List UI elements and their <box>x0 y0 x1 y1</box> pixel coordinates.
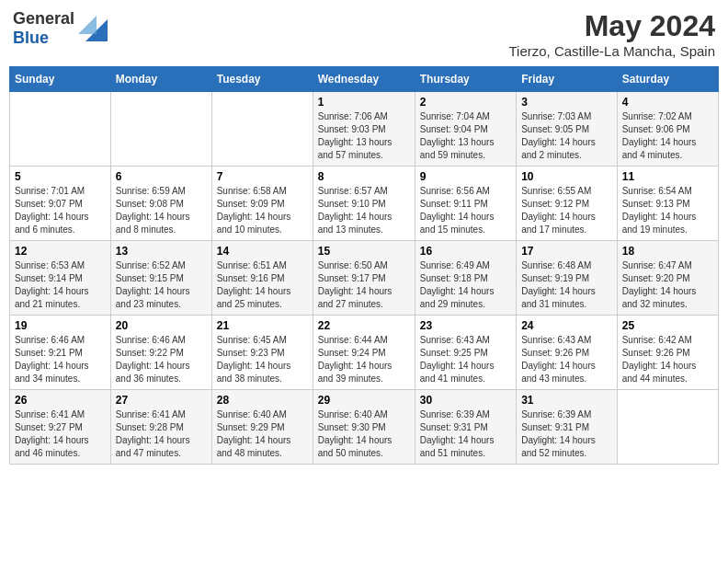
day-number: 4 <box>622 96 713 109</box>
day-number: 28 <box>217 394 308 407</box>
calendar-row: 5Sunrise: 7:01 AMSunset: 9:07 PMDaylight… <box>10 167 719 241</box>
day-number: 11 <box>622 170 713 183</box>
calendar-cell: 25Sunrise: 6:42 AMSunset: 9:26 PMDayligh… <box>617 316 718 390</box>
calendar-cell: 3Sunrise: 7:03 AMSunset: 9:05 PMDaylight… <box>517 92 618 167</box>
calendar-cell: 28Sunrise: 6:40 AMSunset: 9:29 PMDayligh… <box>211 390 313 465</box>
day-number: 15 <box>318 245 410 258</box>
cell-info: Sunrise: 6:49 AMSunset: 9:18 PMDaylight:… <box>420 259 511 311</box>
cell-info: Sunrise: 6:47 AMSunset: 9:20 PMDaylight:… <box>622 259 713 311</box>
weekday-header-monday: Monday <box>110 67 211 92</box>
day-number: 8 <box>318 170 410 183</box>
day-number: 21 <box>217 319 308 332</box>
day-number: 1 <box>318 96 410 109</box>
calendar-cell: 20Sunrise: 6:46 AMSunset: 9:22 PMDayligh… <box>110 316 211 390</box>
cell-info: Sunrise: 6:41 AMSunset: 9:27 PMDaylight:… <box>15 408 106 460</box>
calendar-cell <box>110 92 211 167</box>
day-number: 22 <box>318 319 410 332</box>
calendar-body: 1Sunrise: 7:06 AMSunset: 9:03 PMDaylight… <box>10 92 719 465</box>
calendar-row: 12Sunrise: 6:53 AMSunset: 9:14 PMDayligh… <box>10 241 719 316</box>
cell-info: Sunrise: 6:57 AMSunset: 9:10 PMDaylight:… <box>318 185 410 236</box>
day-number: 13 <box>116 245 207 258</box>
day-number: 24 <box>521 319 612 332</box>
cell-info: Sunrise: 6:52 AMSunset: 9:15 PMDaylight:… <box>116 259 207 311</box>
calendar-table: SundayMondayTuesdayWednesdayThursdayFrid… <box>9 66 719 465</box>
logo: General Blue <box>13 9 108 48</box>
cell-info: Sunrise: 7:03 AMSunset: 9:05 PMDaylight:… <box>521 110 612 162</box>
cell-info: Sunrise: 6:40 AMSunset: 9:30 PMDaylight:… <box>318 408 410 460</box>
cell-info: Sunrise: 6:39 AMSunset: 9:31 PMDaylight:… <box>420 408 511 460</box>
cell-info: Sunrise: 6:53 AMSunset: 9:14 PMDaylight:… <box>15 259 106 311</box>
cell-info: Sunrise: 6:43 AMSunset: 9:26 PMDaylight:… <box>521 334 612 385</box>
logo-icon <box>78 16 108 41</box>
calendar-cell: 6Sunrise: 6:59 AMSunset: 9:08 PMDaylight… <box>110 167 211 241</box>
day-number: 3 <box>521 96 612 109</box>
calendar-cell <box>211 92 313 167</box>
weekday-header-friday: Friday <box>517 67 618 92</box>
cell-info: Sunrise: 6:43 AMSunset: 9:25 PMDaylight:… <box>420 334 511 385</box>
calendar-cell: 17Sunrise: 6:48 AMSunset: 9:19 PMDayligh… <box>517 241 618 316</box>
day-number: 16 <box>420 245 511 258</box>
calendar-cell: 8Sunrise: 6:57 AMSunset: 9:10 PMDaylight… <box>313 167 415 241</box>
calendar-cell: 19Sunrise: 6:46 AMSunset: 9:21 PMDayligh… <box>10 316 111 390</box>
day-number: 14 <box>217 245 308 258</box>
weekday-header-row: SundayMondayTuesdayWednesdayThursdayFrid… <box>10 67 719 92</box>
day-number: 27 <box>116 394 207 407</box>
day-number: 26 <box>15 394 106 407</box>
calendar-cell: 9Sunrise: 6:56 AMSunset: 9:11 PMDaylight… <box>415 167 516 241</box>
calendar-cell: 13Sunrise: 6:52 AMSunset: 9:15 PMDayligh… <box>110 241 211 316</box>
calendar-cell <box>10 92 111 167</box>
day-number: 25 <box>622 319 713 332</box>
cell-info: Sunrise: 6:48 AMSunset: 9:19 PMDaylight:… <box>521 259 612 311</box>
day-number: 7 <box>217 170 308 183</box>
calendar-cell: 21Sunrise: 6:45 AMSunset: 9:23 PMDayligh… <box>211 316 313 390</box>
calendar-cell: 29Sunrise: 6:40 AMSunset: 9:30 PMDayligh… <box>313 390 415 465</box>
calendar-cell: 14Sunrise: 6:51 AMSunset: 9:16 PMDayligh… <box>211 241 313 316</box>
weekday-header-wednesday: Wednesday <box>313 67 415 92</box>
calendar-cell: 10Sunrise: 6:55 AMSunset: 9:12 PMDayligh… <box>517 167 618 241</box>
cell-info: Sunrise: 6:58 AMSunset: 9:09 PMDaylight:… <box>217 185 308 236</box>
day-number: 19 <box>15 319 106 332</box>
cell-info: Sunrise: 6:46 AMSunset: 9:22 PMDaylight:… <box>116 334 207 385</box>
cell-info: Sunrise: 6:46 AMSunset: 9:21 PMDaylight:… <box>15 334 106 385</box>
cell-info: Sunrise: 6:56 AMSunset: 9:11 PMDaylight:… <box>420 185 511 236</box>
day-number: 5 <box>15 170 106 183</box>
calendar-cell: 4Sunrise: 7:02 AMSunset: 9:06 PMDaylight… <box>617 92 718 167</box>
day-number: 17 <box>521 245 612 258</box>
logo-general: General Blue <box>13 9 74 48</box>
day-number: 18 <box>622 245 713 258</box>
cell-info: Sunrise: 6:39 AMSunset: 9:31 PMDaylight:… <box>521 408 612 460</box>
calendar-cell: 12Sunrise: 6:53 AMSunset: 9:14 PMDayligh… <box>10 241 111 316</box>
weekday-header-saturday: Saturday <box>617 67 718 92</box>
title-block: May 2024 Tierzo, Castille-La Mancha, Spa… <box>508 9 715 59</box>
calendar-cell: 22Sunrise: 6:44 AMSunset: 9:24 PMDayligh… <box>313 316 415 390</box>
day-number: 30 <box>420 394 511 407</box>
calendar-cell: 26Sunrise: 6:41 AMSunset: 9:27 PMDayligh… <box>10 390 111 465</box>
subtitle: Tierzo, Castille-La Mancha, Spain <box>508 43 715 59</box>
cell-info: Sunrise: 6:41 AMSunset: 9:28 PMDaylight:… <box>116 408 207 460</box>
calendar-row: 19Sunrise: 6:46 AMSunset: 9:21 PMDayligh… <box>10 316 719 390</box>
cell-info: Sunrise: 7:06 AMSunset: 9:03 PMDaylight:… <box>318 110 410 162</box>
cell-info: Sunrise: 6:54 AMSunset: 9:13 PMDaylight:… <box>622 185 713 236</box>
cell-info: Sunrise: 6:50 AMSunset: 9:17 PMDaylight:… <box>318 259 410 311</box>
day-number: 12 <box>15 245 106 258</box>
cell-info: Sunrise: 6:51 AMSunset: 9:16 PMDaylight:… <box>217 259 308 311</box>
cell-info: Sunrise: 6:55 AMSunset: 9:12 PMDaylight:… <box>521 185 612 236</box>
main-title: May 2024 <box>508 9 715 43</box>
calendar-row: 26Sunrise: 6:41 AMSunset: 9:27 PMDayligh… <box>10 390 719 465</box>
day-number: 23 <box>420 319 511 332</box>
calendar-cell <box>617 390 718 465</box>
calendar-row: 1Sunrise: 7:06 AMSunset: 9:03 PMDaylight… <box>10 92 719 167</box>
cell-info: Sunrise: 6:42 AMSunset: 9:26 PMDaylight:… <box>622 334 713 385</box>
day-number: 10 <box>521 170 612 183</box>
day-number: 6 <box>116 170 207 183</box>
weekday-header-thursday: Thursday <box>415 67 516 92</box>
day-number: 31 <box>521 394 612 407</box>
calendar-cell: 5Sunrise: 7:01 AMSunset: 9:07 PMDaylight… <box>10 167 111 241</box>
calendar-cell: 24Sunrise: 6:43 AMSunset: 9:26 PMDayligh… <box>517 316 618 390</box>
calendar-cell: 1Sunrise: 7:06 AMSunset: 9:03 PMDaylight… <box>313 92 415 167</box>
calendar-cell: 2Sunrise: 7:04 AMSunset: 9:04 PMDaylight… <box>415 92 516 167</box>
calendar-cell: 18Sunrise: 6:47 AMSunset: 9:20 PMDayligh… <box>617 241 718 316</box>
calendar-cell: 27Sunrise: 6:41 AMSunset: 9:28 PMDayligh… <box>110 390 211 465</box>
day-number: 9 <box>420 170 511 183</box>
page-header: General Blue May 2024 Tierzo, Castille-L… <box>9 9 719 59</box>
